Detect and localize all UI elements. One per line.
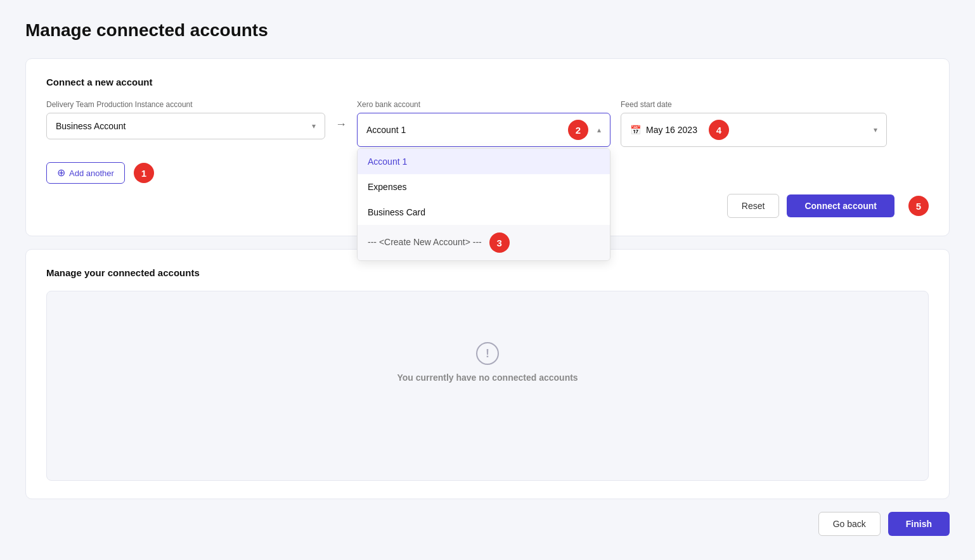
step-badge-2: 2 bbox=[568, 120, 588, 140]
feed-date-inner: 📅 May 16 2023 4 bbox=[630, 120, 729, 140]
xero-account-value: Account 1 bbox=[366, 125, 406, 135]
go-back-button[interactable]: Go back bbox=[818, 512, 881, 536]
feed-date-select[interactable]: 📅 May 16 2023 4 ▾ bbox=[621, 113, 887, 147]
step-badge-1: 1 bbox=[134, 163, 154, 183]
step-badge-3: 3 bbox=[489, 232, 510, 253]
feed-date-group: Feed start date 📅 May 16 2023 4 ▾ bbox=[621, 100, 887, 147]
delivery-account-select[interactable]: Business Account ▾ bbox=[46, 113, 325, 139]
empty-state-text: You currently have no connected accounts bbox=[397, 372, 578, 383]
xero-account-select[interactable]: Account 1 2 ▴ bbox=[357, 113, 610, 147]
feed-chevron-icon: ▾ bbox=[874, 125, 877, 134]
delivery-account-value: Business Account bbox=[56, 121, 126, 131]
dropdown-item-account1[interactable]: Account 1 bbox=[358, 149, 610, 174]
connect-section-title: Connect a new account bbox=[46, 77, 929, 87]
step-badge-4: 4 bbox=[709, 120, 729, 140]
arrow-connector: → bbox=[335, 118, 347, 131]
dropdown-item-expenses[interactable]: Expenses bbox=[358, 174, 610, 200]
xero-dropdown: Account 1 Expenses Business Card --- <Cr… bbox=[357, 148, 610, 261]
reset-button[interactable]: Reset bbox=[727, 194, 780, 218]
plus-icon: ⊕ bbox=[57, 168, 65, 178]
connect-account-button[interactable]: Connect account bbox=[787, 194, 894, 217]
manage-accounts-list: ! You currently have no connected accoun… bbox=[46, 291, 929, 481]
add-another-button[interactable]: ⊕ Add another bbox=[46, 162, 125, 184]
empty-state: ! You currently have no connected accoun… bbox=[47, 291, 928, 446]
manage-accounts-card: Manage your connected accounts ! You cur… bbox=[25, 249, 950, 499]
connect-account-card: Connect a new account Delivery Team Prod… bbox=[25, 58, 950, 236]
step-badge-5: 5 bbox=[908, 196, 929, 216]
add-another-label: Add another bbox=[69, 169, 114, 178]
xero-chevron-icon: ▴ bbox=[597, 125, 601, 134]
delivery-chevron-icon: ▾ bbox=[312, 122, 316, 130]
xero-account-group: Xero bank account Account 1 2 ▴ Account … bbox=[357, 100, 610, 147]
delivery-account-group: Delivery Team Production Instance accoun… bbox=[46, 100, 325, 139]
feed-date-value: May 16 2023 bbox=[646, 125, 697, 135]
xero-label: Xero bank account bbox=[357, 100, 610, 109]
bottom-actions: Go back Finish bbox=[25, 512, 950, 536]
empty-state-icon: ! bbox=[476, 342, 499, 365]
manage-section-title: Manage your connected accounts bbox=[46, 267, 929, 278]
dropdown-item-create-new[interactable]: --- <Create New Account> --- 3 bbox=[358, 225, 610, 260]
calendar-icon: 📅 bbox=[630, 125, 641, 135]
dropdown-item-business-card[interactable]: Business Card bbox=[358, 200, 610, 225]
delivery-label: Delivery Team Production Instance accoun… bbox=[46, 100, 325, 109]
feed-label: Feed start date bbox=[621, 100, 887, 109]
page-title: Manage connected accounts bbox=[25, 20, 950, 41]
finish-button[interactable]: Finish bbox=[888, 512, 950, 536]
form-row: Delivery Team Production Instance accoun… bbox=[46, 100, 929, 147]
